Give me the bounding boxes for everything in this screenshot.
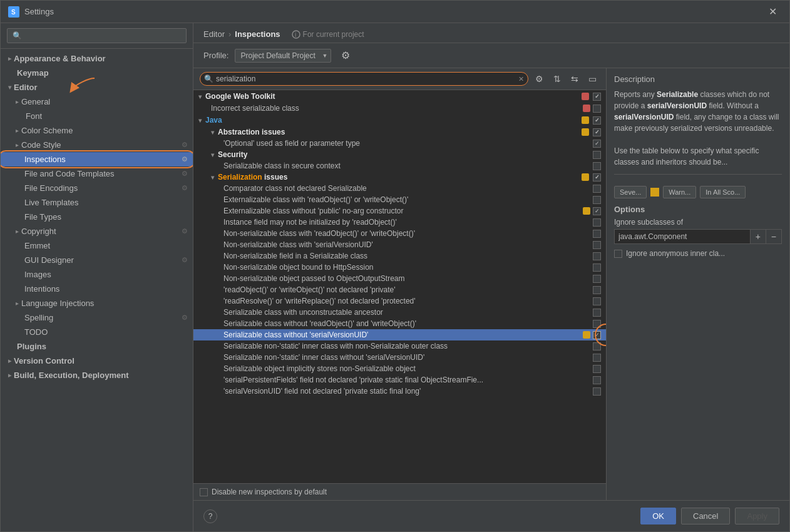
sidebar-item-spelling[interactable]: Spelling ⚙ [1,310,193,325]
item-checkbox[interactable] [593,207,601,215]
subclass-add-button[interactable]: + [750,229,766,244]
ignore-anonymous-checkbox[interactable] [614,250,622,258]
filter-button[interactable]: ⚙ [532,73,546,85]
sidebar-item-file-code-templates[interactable]: File and Code Templates ⚙ [1,166,193,181]
item-checkbox[interactable] [593,275,601,283]
item-checkbox[interactable] [593,365,601,373]
item-nonser-field[interactable]: Non-serializable field in a Serializable… [193,250,606,262]
item-checkbox[interactable] [593,354,601,362]
gwt-checkbox[interactable] [593,93,601,101]
sidebar-item-version-control[interactable]: ▸ Version Control [1,354,193,368]
item-optional-field[interactable]: 'Optional' used as field or parameter ty… [193,138,606,149]
item-incorrect-serializable[interactable]: Incorrect serializable class [193,103,606,114]
item-checkbox[interactable] [593,140,601,148]
item-externalizable-readwrite[interactable]: Externalizable class with 'readObject()'… [193,194,606,205]
item-nonser-objstream[interactable]: Non-serializable object passed to Object… [193,273,606,284]
subclass-input[interactable] [614,229,750,244]
sidebar-search-input[interactable] [7,28,187,43]
item-checkbox[interactable] [593,230,601,238]
item-checkbox[interactable] [593,263,601,272]
item-checkbox[interactable] [593,218,601,227]
ser-checkbox[interactable] [593,173,601,182]
subclass-remove-button[interactable]: − [766,229,782,244]
clear-icon[interactable]: ✕ [518,75,524,83]
sidebar-item-font[interactable]: Font [1,109,193,123]
subgroup-serialization[interactable]: ▾ Serialization issues [193,171,606,183]
sidebar-item-intentions[interactable]: Intentions [1,282,193,296]
expand-all-button[interactable]: ⇅ [550,73,564,85]
disable-checkbox[interactable] [200,488,208,496]
item-checkbox[interactable] [593,387,601,396]
minimize-button[interactable]: ▭ [585,73,600,85]
sidebar-item-editor[interactable]: ▾ Editor [1,80,193,95]
item-nonser-http[interactable]: Non-serializable object bound to HttpSes… [193,262,606,273]
sidebar-item-emmet[interactable]: Emmet [1,238,193,253]
sidebar-item-live-templates[interactable]: Live Templates [1,195,193,210]
item-checkbox[interactable] [593,297,601,305]
item-checkbox[interactable] [593,162,601,170]
java-checkbox[interactable] [593,116,601,125]
item-readresolve-protected[interactable]: 'readResolve()' or 'writeReplace()' not … [193,295,606,307]
sidebar-item-keymap[interactable]: Keymap [1,66,193,80]
sidebar-item-code-style[interactable]: ▸ Code Style ⚙ [1,138,193,152]
subgroup-abstraction[interactable]: ▾ Abstraction issues [193,126,606,138]
group-gwt[interactable]: ▾ Google Web Toolkit [193,90,606,103]
item-checkbox[interactable] [593,196,601,204]
close-button[interactable]: ✕ [764,3,782,20]
item-serial-persistent[interactable]: 'serialPersistentFields' field not decla… [193,374,606,386]
apply-button[interactable]: Apply [735,508,779,524]
sidebar-item-language-injections[interactable]: ▸ Language Injections [1,296,193,310]
sidebar-item-appearance[interactable]: ▸ Appearance & Behavior [1,51,193,66]
group-java[interactable]: ▾ Java [193,114,606,126]
item-externalizable-noarg[interactable]: Externalizable class without 'public' no… [193,205,606,217]
sidebar-item-file-types[interactable]: File Types [1,210,193,224]
item-checkbox[interactable] [593,342,601,350]
security-checkbox[interactable] [593,151,601,159]
item-ser-implicit[interactable]: Serializable object implicitly stores no… [193,363,606,374]
sidebar-item-images[interactable]: Images [1,267,193,282]
severity-button[interactable]: Seve... [614,186,647,198]
item-checkbox[interactable] [593,320,601,328]
item-readobj-private[interactable]: 'readObject()' or 'writeObject()' not de… [193,284,606,295]
item-checkbox[interactable] [593,309,601,317]
item-instance-field-readobj[interactable]: Instance field may not be initialized by… [193,217,606,228]
help-button[interactable]: ? [203,509,217,523]
item-nonser-readwrite[interactable]: Non-serializable class with 'readObject(… [193,228,606,239]
item-checkbox[interactable] [593,105,601,113]
item-checkbox[interactable] [593,286,601,294]
sidebar-item-plugins[interactable]: Plugins [1,339,193,354]
item-checkbox[interactable] [593,252,601,260]
severity-value-button[interactable]: Warn... [663,186,696,198]
sidebar-item-todo[interactable]: TODO [1,325,193,339]
sidebar-item-color-scheme[interactable]: ▸ Color Scheme [1,123,193,138]
sidebar-item-label: Color Scheme [21,126,73,135]
sidebar-item-inspections[interactable]: Inspections ⚙ [1,152,193,166]
item-ser-unconstructable[interactable]: Serializable class with unconstructable … [193,307,606,318]
collapse-all-button[interactable]: ⇆ [568,73,582,85]
inspection-search-input[interactable] [216,73,518,85]
sidebar-item-build-exec[interactable]: ▸ Build, Execution, Deployment [1,368,193,382]
ok-button[interactable]: OK [640,508,676,524]
sidebar-item-file-encodings[interactable]: File Encodings ⚙ [1,181,193,195]
item-ser-static-inner-uid[interactable]: Serializable non-'static' inner class wi… [193,352,606,363]
cancel-button[interactable]: Cancel [681,508,730,524]
abstraction-checkbox[interactable] [593,128,601,136]
item-checkbox[interactable] [593,185,601,193]
subgroup-security[interactable]: ▾ Security [193,149,606,160]
item-serializable-secure[interactable]: Serializable class in secure context [193,160,606,171]
sidebar-item-gui-designer[interactable]: GUI Designer ⚙ [1,253,193,267]
item-checkbox[interactable] [593,331,601,339]
item-ser-static-inner[interactable]: Serializable non-'static' inner class wi… [193,340,606,352]
item-nonser-versionuid[interactable]: Non-serializable class with 'serialVersi… [193,239,606,250]
profile-settings-button[interactable]: ⚙ [337,48,354,63]
sidebar-item-general[interactable]: ▸ General [1,95,193,109]
item-ser-no-versionuid[interactable]: Serializable class without 'serialVersio… [193,329,606,340]
profile-select[interactable]: Project Default Project [235,49,331,63]
item-checkbox[interactable] [593,241,601,249]
item-checkbox[interactable] [593,376,601,384]
item-serial-version-long[interactable]: 'serialVersionUID' field not declared 'p… [193,386,606,397]
sidebar-item-copyright[interactable]: ▸ Copyright ⚙ [1,224,193,238]
item-ser-without-readwrite[interactable]: Serializable class without 'readObject()… [193,318,606,329]
item-comparator[interactable]: Comparator class not declared Serializab… [193,183,606,194]
scope-button[interactable]: In All Sco... [700,186,746,198]
